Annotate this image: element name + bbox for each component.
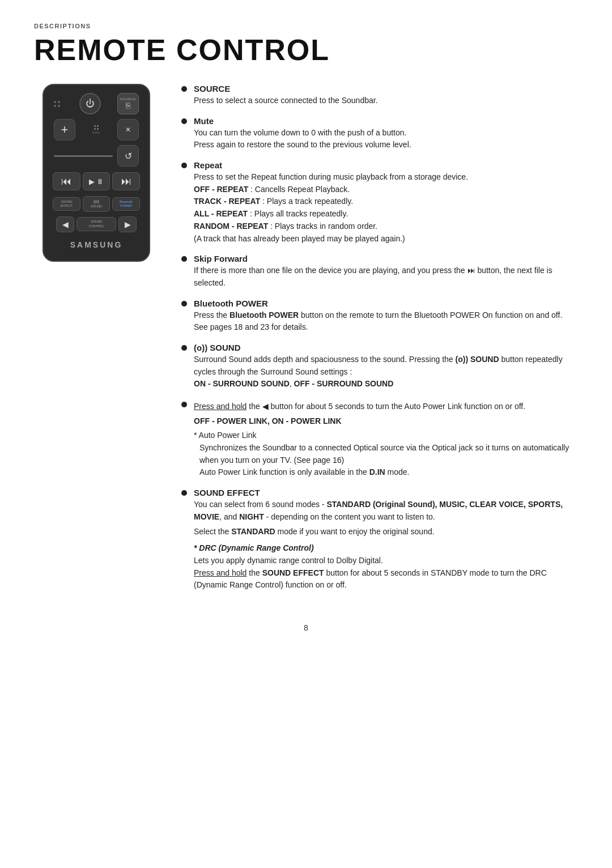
source-title: SOURCE	[194, 84, 230, 93]
remote-second-row: + VOL ✕	[50, 119, 142, 141]
repeat-title: Repeat	[194, 160, 222, 170]
press-hold-text: Press and hold	[194, 402, 246, 411]
power-icon: ⏻	[86, 99, 95, 109]
page-title: REMOTE CONTROL	[34, 33, 578, 67]
vol-repeat-row: ↺	[50, 145, 142, 167]
bullet-source	[181, 86, 187, 92]
desc-mute-text: Mute You can turn the volume down to 0 w…	[194, 116, 578, 151]
desc-auto-power-link: Press and hold the ◀ button for about 5 …	[181, 399, 578, 479]
auto-power-body: Press and hold the ◀ button for about 5 …	[194, 401, 578, 479]
bluetooth-label: BluetoothPOWER	[120, 200, 133, 208]
surround-icon: (o)	[94, 199, 99, 205]
bluetooth-power-button[interactable]: BluetoothPOWER	[112, 197, 140, 211]
bullet-skip-forward	[181, 256, 187, 262]
plus-icon: +	[61, 122, 69, 137]
section-label: DESCRIPTIONS	[34, 23, 578, 29]
mute-icon: ✕	[125, 126, 131, 134]
desc-source-text: SOURCE Press to select a source connecte…	[194, 84, 578, 107]
left-arrow-button[interactable]: ◀	[56, 216, 74, 232]
previous-button[interactable]: ⏮	[53, 172, 80, 190]
vol-label: VOL	[92, 131, 100, 134]
desc-repeat-text: Repeat Press to set the Repeat function …	[194, 160, 578, 245]
right-arrow-button[interactable]: ▶	[118, 216, 137, 232]
play-pause-button[interactable]: ▶ ⏸	[83, 172, 110, 190]
source-icon: ⎘	[126, 101, 130, 110]
sound-effect-label: SOUNDEFFECT	[61, 200, 73, 208]
desc-repeat: Repeat Press to set the Repeat function …	[181, 160, 578, 245]
previous-icon: ⏮	[61, 176, 71, 188]
sound-effect-body: You can select from 6 sound modes - STAN…	[194, 499, 578, 592]
desc-surround-text: (o)) SOUND Surround Sound adds depth and…	[194, 343, 578, 390]
desc-auto-power-text: Press and hold the ◀ button for about 5 …	[194, 399, 578, 479]
desc-surround: (o)) SOUND Surround Sound adds depth and…	[181, 343, 578, 390]
remote-wrapper: ⏻ SOURCE ⎘ +	[34, 84, 159, 262]
bullet-surround	[181, 345, 187, 351]
samsung-logo: SAMSUNG	[70, 240, 123, 249]
vol-dots	[94, 125, 99, 130]
sound-effect-title: SOUND EFFECT	[194, 488, 260, 497]
bullet-repeat	[181, 163, 187, 168]
surround-body: Surround Sound adds depth and spaciousne…	[194, 354, 578, 390]
play-pause-icon: ▶ ⏸	[89, 177, 104, 186]
bullet-bluetooth	[181, 301, 187, 307]
descriptions-panel: SOURCE Press to select a source connecte…	[181, 84, 578, 601]
source-button[interactable]: SOURCE ⎘	[117, 93, 139, 114]
mute-title: Mute	[194, 116, 214, 126]
mute-button[interactable]: ✕	[117, 119, 139, 141]
main-content: ⏻ SOURCE ⎘ +	[34, 84, 578, 601]
surround-label: SOUND	[91, 205, 102, 209]
surround-title: (o)) SOUND	[194, 343, 241, 352]
desc-sound-effect: SOUND EFFECT You can select from 6 sound…	[181, 488, 578, 592]
volume-up-button[interactable]: +	[54, 119, 75, 141]
right-arrow-icon: ▶	[125, 220, 131, 229]
desc-bluetooth-power: Bluetooth POWER Press the Bluetooth POWE…	[181, 299, 578, 334]
sound-buttons-row: SOUNDEFFECT (o) SOUND BluetoothPOWER	[50, 196, 142, 212]
next-button[interactable]: ⏭	[112, 172, 140, 190]
desc-skip-forward-text: Skip Forward If there is more than one f…	[194, 254, 578, 289]
sound-control-row: ◀ SOUNDCONTROL ▶	[50, 216, 142, 232]
press-hold-sound-effect-text: Press and hold	[194, 568, 246, 577]
remote-top-row: ⏻ SOURCE ⎘	[50, 93, 142, 114]
transport-row: ⏮ ▶ ⏸ ⏭	[50, 171, 142, 192]
remote-control: ⏻ SOURCE ⎘ +	[42, 84, 150, 262]
bluetooth-body: Press the Bluetooth POWER button on the …	[194, 309, 578, 334]
sound-control-label: SOUNDCONTROL	[89, 220, 104, 228]
power-button[interactable]: ⏻	[79, 93, 101, 114]
skip-forward-body: If there is more than one file on the de…	[194, 265, 578, 289]
left-arrow-icon: ◀	[62, 220, 69, 229]
dot-grid	[54, 101, 60, 107]
bluetooth-power-title: Bluetooth POWER	[194, 299, 268, 308]
bullet-sound-effect	[181, 490, 187, 496]
skip-forward-title: Skip Forward	[194, 254, 248, 263]
repeat-button[interactable]: ↺	[117, 145, 139, 167]
desc-bluetooth-text: Bluetooth POWER Press the Bluetooth POWE…	[194, 299, 578, 334]
desc-source: SOURCE Press to select a source connecte…	[181, 84, 578, 107]
repeat-icon: ↺	[125, 151, 132, 161]
bullet-mute	[181, 118, 187, 124]
next-icon: ⏭	[121, 176, 131, 188]
sound-effect-button[interactable]: SOUNDEFFECT	[53, 197, 80, 211]
source-body: Press to select a source connected to th…	[194, 95, 578, 107]
repeat-body: Press to set the Repeat function during …	[194, 171, 578, 245]
mute-body: You can turn the volume down to 0 with t…	[194, 127, 578, 151]
surround-sound-button[interactable]: (o) SOUND	[83, 196, 110, 212]
desc-mute: Mute You can turn the volume down to 0 w…	[181, 116, 578, 151]
sound-control-button[interactable]: SOUNDCONTROL	[76, 217, 116, 231]
page-container: DESCRIPTIONS REMOTE CONTROL ⏻ SOUR	[0, 0, 612, 666]
vol-bar	[54, 155, 113, 157]
desc-sound-effect-text: SOUND EFFECT You can select from 6 sound…	[194, 488, 578, 592]
vol-indicator: VOL	[92, 125, 100, 134]
bullet-auto-power	[181, 402, 187, 407]
page-number: 8	[34, 623, 578, 632]
desc-skip-forward: Skip Forward If there is more than one f…	[181, 254, 578, 289]
